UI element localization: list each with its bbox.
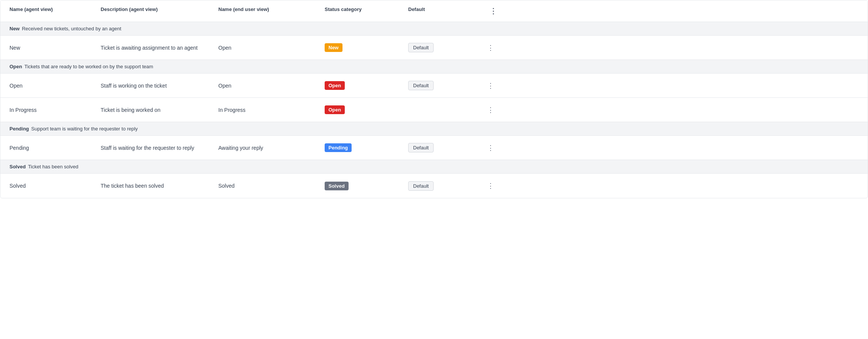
col-name-agent: Name (agent view) <box>6 5 98 17</box>
cell-name-user: In Progress <box>215 102 322 118</box>
group-desc-pending: Support team is waiting for the requeste… <box>31 126 137 132</box>
status-badge-new: New <box>325 43 342 52</box>
group-desc-open: Tickets that are ready to be worked on b… <box>24 64 153 69</box>
cell-status-category: Pending <box>322 139 405 157</box>
cell-more[interactable]: ⋮ <box>481 76 500 95</box>
cell-default: Default <box>405 138 481 157</box>
cell-name-agent: In Progress <box>6 102 98 118</box>
col-default: Default <box>405 5 481 17</box>
row-more-icon[interactable]: ⋮ <box>484 143 497 153</box>
table-row: In Progress Ticket is being worked on In… <box>0 98 868 122</box>
group-header-solved: Solved Ticket has been solved <box>0 160 868 174</box>
group-desc-solved: Ticket has been solved <box>28 164 78 170</box>
group-label-open: Open <box>9 64 22 69</box>
cell-default: Default <box>405 76 481 95</box>
cell-name-agent: Pending <box>6 140 98 155</box>
group-label-new: New <box>9 26 20 31</box>
col-desc-agent: Description (agent view) <box>98 5 215 17</box>
default-badge: Default <box>408 81 434 90</box>
group-label-solved: Solved <box>9 164 26 170</box>
status-badge-solved: Solved <box>325 182 349 190</box>
cell-desc-agent: The ticket has been solved <box>98 178 215 193</box>
status-badge-pending: Pending <box>325 143 352 152</box>
status-table: Name (agent view) Description (agent vie… <box>0 0 868 198</box>
row-more-icon[interactable]: ⋮ <box>484 181 497 191</box>
table-row: Open Staff is working on the ticket Open… <box>0 74 868 98</box>
table-row: Solved The ticket has been solved Solved… <box>0 174 868 198</box>
col-status-cat: Status category <box>322 5 405 17</box>
cell-desc-agent: Staff is waiting for the requester to re… <box>98 140 215 155</box>
group-header-pending: Pending Support team is waiting for the … <box>0 122 868 136</box>
cell-name-agent: Open <box>6 78 98 93</box>
default-badge: Default <box>408 143 434 152</box>
default-badge: Default <box>408 43 434 52</box>
cell-default: Default <box>405 38 481 57</box>
cell-more[interactable]: ⋮ <box>481 176 500 195</box>
row-more-icon[interactable]: ⋮ <box>484 43 497 53</box>
cell-status-category: Solved <box>322 177 405 195</box>
group-label-pending: Pending <box>9 126 29 132</box>
cell-status-category: Open <box>322 77 405 94</box>
row-more-icon[interactable]: ⋮ <box>484 105 497 115</box>
cell-name-user: Open <box>215 40 322 55</box>
cell-status-category: Open <box>322 101 405 119</box>
status-badge-open: Open <box>325 81 345 90</box>
cell-status-category: New <box>322 39 405 56</box>
cell-name-user: Open <box>215 78 322 93</box>
status-badge-open-2: Open <box>325 105 345 114</box>
cell-more[interactable]: ⋮ <box>481 138 500 157</box>
cell-default: Default <box>405 177 481 195</box>
cell-name-user: Awaiting your reply <box>215 140 322 155</box>
group-header-new: New Received new tickets, untouched by a… <box>0 22 868 36</box>
default-badge: Default <box>408 181 434 191</box>
cell-default-empty <box>405 105 481 115</box>
table-row: New Ticket is awaiting assignment to an … <box>0 36 868 60</box>
cell-more[interactable]: ⋮ <box>481 38 500 57</box>
cell-name-agent: New <box>6 40 98 55</box>
table-row: Pending Staff is waiting for the request… <box>0 136 868 160</box>
row-more-icon[interactable]: ⋮ <box>484 81 497 91</box>
header-more-icon[interactable]: ⋮ <box>489 6 497 16</box>
cell-more[interactable]: ⋮ <box>481 100 500 119</box>
group-desc-new: Received new tickets, untouched by an ag… <box>22 26 122 31</box>
cell-desc-agent: Ticket is awaiting assignment to an agen… <box>98 40 215 55</box>
cell-name-user: Solved <box>215 178 322 193</box>
cell-desc-agent: Ticket is being worked on <box>98 102 215 118</box>
table-header: Name (agent view) Description (agent vie… <box>0 0 868 22</box>
cell-name-agent: Solved <box>6 178 98 193</box>
col-more: ⋮ <box>481 5 500 17</box>
cell-desc-agent: Staff is working on the ticket <box>98 78 215 93</box>
group-header-open: Open Tickets that are ready to be worked… <box>0 60 868 74</box>
col-name-user: Name (end user view) <box>215 5 322 17</box>
